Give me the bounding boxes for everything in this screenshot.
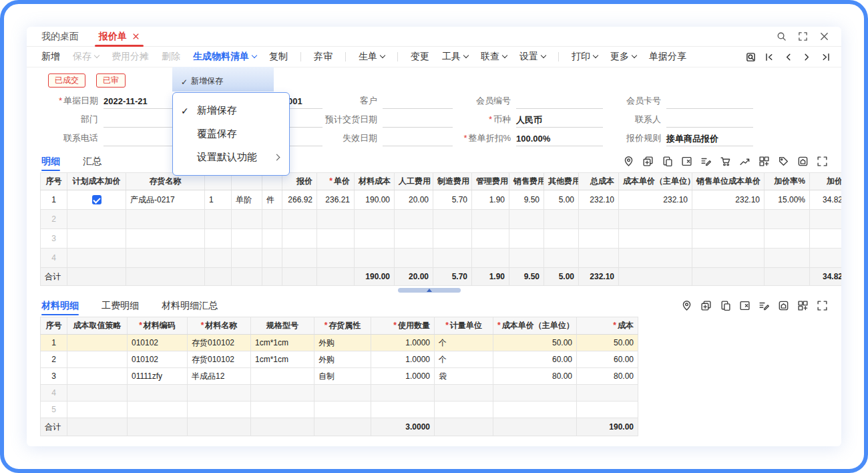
- grid-cell[interactable]: [67, 249, 126, 268]
- grid-cell[interactable]: 件: [262, 190, 282, 210]
- grid-cell[interactable]: [67, 368, 128, 385]
- warehouse-icon[interactable]: [797, 156, 809, 167]
- layout-blocks-icon[interactable]: [797, 300, 809, 311]
- grid-cell[interactable]: [509, 229, 544, 249]
- grid-cell[interactable]: [577, 402, 638, 418]
- tab-labor-detail[interactable]: 工费明细: [101, 295, 139, 317]
- grid-cell[interactable]: [765, 249, 810, 268]
- add-row-icon[interactable]: [700, 300, 712, 311]
- grid-cell[interactable]: [126, 210, 205, 229]
- grid-cell[interactable]: 个: [435, 351, 493, 368]
- grid-cell[interactable]: [67, 402, 128, 418]
- tab-my-desktop[interactable]: 我的桌面: [41, 27, 79, 47]
- grid-cell[interactable]: [579, 210, 619, 229]
- toolbar-more-button[interactable]: 更多: [610, 51, 636, 63]
- grid-cell[interactable]: [810, 210, 842, 229]
- grid-cell[interactable]: [128, 385, 188, 402]
- toolbar-copy-button[interactable]: 复制: [269, 51, 288, 63]
- tag-icon[interactable]: [778, 156, 789, 167]
- grid-cell[interactable]: 9.50: [509, 190, 544, 210]
- grid-cell[interactable]: [355, 249, 395, 268]
- grid-cell[interactable]: 1.0000: [371, 351, 435, 368]
- grid-cell[interactable]: 外购: [314, 335, 371, 351]
- grid-cell[interactable]: [67, 335, 128, 351]
- grid-cell[interactable]: [579, 249, 619, 268]
- grid-cell[interactable]: 010102: [128, 335, 188, 351]
- purchase-cart-icon[interactable]: [720, 156, 731, 167]
- grid-cell[interactable]: [619, 249, 692, 268]
- grid-cell[interactable]: [493, 402, 577, 418]
- grid-cell[interactable]: [579, 229, 619, 249]
- field-input[interactable]: [383, 94, 453, 109]
- scrollbar-thumb[interactable]: [398, 288, 461, 293]
- grid-cell[interactable]: [251, 385, 314, 402]
- grid-cell[interactable]: [251, 402, 314, 418]
- grid-cell[interactable]: 自制: [314, 368, 371, 385]
- search-icon[interactable]: [777, 31, 787, 41]
- grid-cell[interactable]: [282, 210, 317, 229]
- location-icon[interactable]: [681, 300, 692, 311]
- field-input[interactable]: [383, 112, 453, 128]
- tab-summary[interactable]: 汇总: [83, 150, 101, 172]
- toolbar-doc-share-button[interactable]: 单据分享: [649, 51, 686, 63]
- trend-chart-icon[interactable]: [739, 156, 750, 167]
- grid-cell[interactable]: 外购: [314, 351, 371, 368]
- field-input[interactable]: [666, 94, 753, 109]
- grid-cell[interactable]: 产成品-0217: [126, 190, 205, 210]
- tab-detail[interactable]: 明细: [41, 150, 60, 172]
- grid-cell[interactable]: 1: [205, 190, 232, 210]
- grid-cell[interactable]: 190.00: [355, 190, 395, 210]
- grid-cell[interactable]: 20.00: [395, 190, 433, 210]
- grid-cell[interactable]: [317, 210, 355, 229]
- grid-cell[interactable]: [314, 385, 371, 402]
- grid-cell[interactable]: 5.70: [433, 190, 472, 210]
- grid-cell[interactable]: [67, 190, 126, 210]
- grid-cell[interactable]: 266.92: [282, 190, 317, 210]
- layout-blocks-icon[interactable]: [758, 156, 770, 167]
- field-input[interactable]: 100.00%: [516, 131, 603, 146]
- menu-item-set-default[interactable]: 设置默认功能: [173, 146, 289, 169]
- grid-cell[interactable]: [371, 385, 435, 402]
- fullscreen-icon[interactable]: [817, 300, 828, 311]
- grid-cell[interactable]: [262, 210, 282, 229]
- grid-cell[interactable]: 存货010102: [188, 335, 251, 351]
- grid-cell[interactable]: [314, 402, 371, 418]
- grid-cell[interactable]: [435, 402, 493, 418]
- grid-cell[interactable]: [67, 351, 128, 368]
- fullscreen-icon[interactable]: [798, 31, 808, 41]
- grid-cell[interactable]: 232.10: [579, 190, 619, 210]
- grid-cell[interactable]: [126, 229, 205, 249]
- grid-cell[interactable]: [232, 229, 262, 249]
- grid-cell[interactable]: [205, 229, 232, 249]
- field-input[interactable]: 接单商品报价: [666, 131, 753, 146]
- grid-cell[interactable]: [355, 210, 395, 229]
- grid-cell[interactable]: [765, 229, 810, 249]
- grid-cell[interactable]: [577, 385, 638, 402]
- field-input[interactable]: [516, 94, 603, 109]
- grid-cell[interactable]: 236.21: [317, 190, 355, 210]
- field-input[interactable]: 人民币: [516, 112, 603, 128]
- add-row-icon[interactable]: [642, 156, 654, 167]
- grid-cell[interactable]: 存货010102: [188, 351, 251, 368]
- grid-cell[interactable]: [67, 210, 126, 229]
- grid-cell[interactable]: 袋: [435, 368, 493, 385]
- grid-cell[interactable]: 50.00: [577, 335, 638, 351]
- grid-cell[interactable]: [262, 229, 282, 249]
- grid-cell[interactable]: [262, 249, 282, 268]
- grid-cell[interactable]: 80.00: [577, 368, 638, 385]
- toolbar-change-button[interactable]: 变更: [411, 51, 429, 63]
- grid-cell[interactable]: [509, 249, 544, 268]
- grid-cell[interactable]: [509, 210, 544, 229]
- toolbar-create-doc-button[interactable]: 生单: [359, 51, 385, 63]
- grid-cell[interactable]: [433, 249, 472, 268]
- last-icon[interactable]: [821, 52, 831, 62]
- grid-cell[interactable]: 个: [435, 335, 493, 351]
- grid-cell[interactable]: [544, 229, 579, 249]
- grid-cell[interactable]: [188, 402, 251, 418]
- grid-cell[interactable]: [692, 249, 765, 268]
- fullscreen-icon[interactable]: [817, 156, 828, 167]
- grid-cell[interactable]: [128, 402, 188, 418]
- grid-cell[interactable]: 1cm*1cm: [251, 335, 314, 351]
- grid-cell[interactable]: 60.00: [493, 351, 577, 368]
- grid-cell[interactable]: [810, 229, 842, 249]
